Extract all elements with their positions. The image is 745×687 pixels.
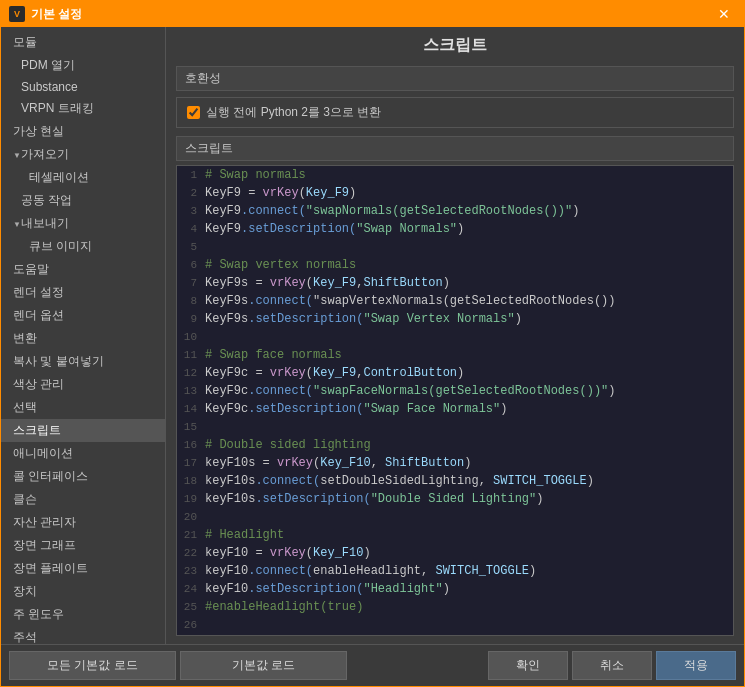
code-line-12: 12KeyF9c = vrKey(Key_F9,ControlButton) <box>177 364 733 382</box>
code-line-24: 24keyF10.setDescription("Headlight") <box>177 580 733 598</box>
line-number-1: 1 <box>177 166 205 184</box>
sidebar-item-16[interactable]: 선택 <box>1 396 165 419</box>
sidebar-item-14[interactable]: 복사 및 붙여넣기 <box>1 350 165 373</box>
sidebar-item-label-26: 주석 <box>13 630 37 644</box>
sidebar-item-label-20: 클슨 <box>13 492 37 506</box>
code-line-19: 19keyF10s.setDescription("Double Sided L… <box>177 490 733 508</box>
panel-title: 스크립트 <box>176 35 734 56</box>
sidebar-item-4[interactable]: 가상 현실 <box>1 120 165 143</box>
compat-section-label: 호환성 <box>176 66 734 91</box>
sidebar-item-1[interactable]: PDM 열기 <box>1 54 165 77</box>
line-number-3: 3 <box>177 202 205 220</box>
line-number-17: 17 <box>177 454 205 472</box>
sidebar-item-12[interactable]: 렌더 옵션 <box>1 304 165 327</box>
python-convert-checkbox[interactable] <box>187 106 200 119</box>
line-code-22: keyF10 = vrKey(Key_F10) <box>205 544 733 562</box>
sidebar-item-8[interactable]: ▼내보내기 <box>1 212 165 235</box>
cancel-button[interactable]: 취소 <box>572 651 652 680</box>
sidebar-item-label-11: 렌더 설정 <box>13 285 64 299</box>
line-code-18: keyF10s.connect(setDoubleSidedLighting, … <box>205 472 733 490</box>
sidebar-item-11[interactable]: 렌더 설정 <box>1 281 165 304</box>
line-number-11: 11 <box>177 346 205 364</box>
sidebar-item-label-4: 가상 현실 <box>13 124 64 138</box>
sidebar-item-label-12: 렌더 옵션 <box>13 308 64 322</box>
sidebar-item-21[interactable]: 자산 관리자 <box>1 511 165 534</box>
sidebar-item-label-2: Substance <box>21 80 78 94</box>
sidebar-item-3[interactable]: VRPN 트래킹 <box>1 97 165 120</box>
close-button[interactable]: ✕ <box>712 4 736 24</box>
line-number-13: 13 <box>177 382 205 400</box>
code-line-25: 25#enableHeadlight(true) <box>177 598 733 616</box>
code-line-27: 27# Wireframe <box>177 634 733 636</box>
sidebar-item-6[interactable]: 테셀레이션 <box>1 166 165 189</box>
apply-button[interactable]: 적용 <box>656 651 736 680</box>
line-code-8: KeyF9s.connect("swapVertexNormals(getSel… <box>205 292 733 310</box>
line-code-2: KeyF9 = vrKey(Key_F9) <box>205 184 733 202</box>
line-number-23: 23 <box>177 562 205 580</box>
line-code-4: KeyF9.setDescription("Swap Normals") <box>205 220 733 238</box>
sidebar-item-label-1: PDM 열기 <box>21 58 75 72</box>
sidebar-item-22[interactable]: 장면 그래프 <box>1 534 165 557</box>
line-number-27: 27 <box>177 634 205 636</box>
sidebar-item-label-14: 복사 및 붙여넣기 <box>13 354 104 368</box>
line-code-27: # Wireframe <box>205 634 733 636</box>
sidebar-item-20[interactable]: 클슨 <box>1 488 165 511</box>
script-section-label: 스크립트 <box>176 136 734 161</box>
code-line-15: 15 <box>177 418 733 436</box>
sidebar-item-5[interactable]: ▼가져오기 <box>1 143 165 166</box>
line-number-7: 7 <box>177 274 205 292</box>
code-editor[interactable]: 1# Swap normals2KeyF9 = vrKey(Key_F9)3Ke… <box>176 165 734 636</box>
sidebar-item-2[interactable]: Substance <box>1 77 165 97</box>
line-code-13: KeyF9c.connect("swapFaceNormals(getSelec… <box>205 382 733 400</box>
line-code-24: keyF10.setDescription("Headlight") <box>205 580 733 598</box>
python-convert-checkbox-row[interactable]: 실행 전에 Python 2를 3으로 변환 <box>187 104 723 121</box>
code-line-13: 13KeyF9c.connect("swapFaceNormals(getSel… <box>177 382 733 400</box>
line-code-3: KeyF9.connect("swapNormals(getSelectedRo… <box>205 202 733 220</box>
sidebar-item-label-9: 큐브 이미지 <box>29 239 92 253</box>
sidebar-item-label-13: 변환 <box>13 331 37 345</box>
line-number-19: 19 <box>177 490 205 508</box>
sidebar-item-25[interactable]: 주 윈도우 <box>1 603 165 626</box>
code-line-20: 20 <box>177 508 733 526</box>
line-number-10: 10 <box>177 328 205 346</box>
sidebar-item-10[interactable]: 도움말 <box>1 258 165 281</box>
line-code-20 <box>205 508 733 526</box>
sidebar-item-24[interactable]: 장치 <box>1 580 165 603</box>
sidebar-item-26[interactable]: 주석 <box>1 626 165 644</box>
sidebar-item-0[interactable]: 모듈 <box>1 31 165 54</box>
sidebar-item-7[interactable]: 공동 작업 <box>1 189 165 212</box>
line-number-14: 14 <box>177 400 205 418</box>
sidebar-item-19[interactable]: 콜 인터페이스 <box>1 465 165 488</box>
sidebar-item-13[interactable]: 변환 <box>1 327 165 350</box>
sidebar-item-9[interactable]: 큐브 이미지 <box>1 235 165 258</box>
sidebar-item-label-17: 스크립트 <box>13 423 61 437</box>
sidebar-item-18[interactable]: 애니메이션 <box>1 442 165 465</box>
code-line-4: 4KeyF9.setDescription("Swap Normals") <box>177 220 733 238</box>
line-code-25: #enableHeadlight(true) <box>205 598 733 616</box>
line-number-4: 4 <box>177 220 205 238</box>
confirm-button[interactable]: 확인 <box>488 651 568 680</box>
code-line-1: 1# Swap normals <box>177 166 733 184</box>
bottom-bar: 모든 기본값 로드 기본값 로드 확인 취소 적용 <box>1 644 744 686</box>
sidebar-item-15[interactable]: 색상 관리 <box>1 373 165 396</box>
code-line-3: 3KeyF9.connect("swapNormals(getSelectedR… <box>177 202 733 220</box>
sidebar-item-23[interactable]: 장면 플레이트 <box>1 557 165 580</box>
app-icon: V <box>9 6 25 22</box>
load-defaults-button[interactable]: 모든 기본값 로드 <box>9 651 176 680</box>
sidebar-item-label-5: 가져오기 <box>21 147 69 161</box>
code-line-2: 2KeyF9 = vrKey(Key_F9) <box>177 184 733 202</box>
line-number-26: 26 <box>177 616 205 634</box>
line-number-25: 25 <box>177 598 205 616</box>
code-line-7: 7KeyF9s = vrKey(Key_F9,ShiftButton) <box>177 274 733 292</box>
code-line-23: 23keyF10.connect(enableHeadlight, SWITCH… <box>177 562 733 580</box>
title-bar: V 기본 설정 ✕ <box>1 1 744 27</box>
load-defaults-short-button[interactable]: 기본값 로드 <box>180 651 347 680</box>
line-code-23: keyF10.connect(enableHeadlight, SWITCH_T… <box>205 562 733 580</box>
window-title: 기본 설정 <box>31 6 82 23</box>
line-number-21: 21 <box>177 526 205 544</box>
code-line-14: 14KeyF9c.setDescription("Swap Face Norma… <box>177 400 733 418</box>
line-code-19: keyF10s.setDescription("Double Sided Lig… <box>205 490 733 508</box>
sidebar-item-17[interactable]: 스크립트 <box>1 419 165 442</box>
sidebar-item-label-8: 내보내기 <box>21 216 69 230</box>
line-number-15: 15 <box>177 418 205 436</box>
